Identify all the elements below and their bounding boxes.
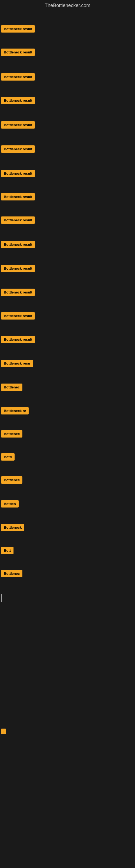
bottleneck-item-2[interactable]: Bottleneck result [1, 73, 35, 81]
bottleneck-item-19[interactable]: Bottlenec [1, 476, 22, 484]
bottleneck-item-9[interactable]: Bottleneck result [1, 241, 35, 248]
bottleneck-item-16[interactable]: Bottleneck re [1, 407, 29, 414]
bottleneck-item-6[interactable]: Bottleneck result [1, 170, 35, 177]
bottleneck-item-18[interactable]: Bottl [1, 453, 14, 461]
bottleneck-item-0[interactable]: Bottleneck result [1, 25, 35, 33]
bottleneck-item-13[interactable]: Bottleneck result [1, 336, 35, 343]
bottleneck-item-15[interactable]: Bottlenec [1, 383, 22, 391]
bottleneck-item-21[interactable]: Bottleneck [1, 524, 24, 531]
bottleneck-item-12[interactable]: Bottleneck result [1, 312, 35, 319]
small-badge[interactable]: c [1, 728, 6, 734]
bottleneck-item-4[interactable]: Bottleneck result [1, 121, 35, 129]
cursor-line [1, 594, 2, 602]
bottleneck-item-3[interactable]: Bottleneck result [1, 97, 35, 104]
bottleneck-item-5[interactable]: Bottleneck result [1, 145, 35, 153]
bottleneck-item-22[interactable]: Bott [1, 547, 13, 554]
bottleneck-item-14[interactable]: Bottleneck resu [1, 360, 33, 367]
bottleneck-item-1[interactable]: Bottleneck result [1, 49, 35, 56]
page-wrapper: TheBottlenecker.com Bottleneck resultBot… [0, 0, 135, 868]
bottleneck-item-8[interactable]: Bottleneck result [1, 216, 35, 224]
bottleneck-item-10[interactable]: Bottleneck result [1, 265, 35, 272]
site-title: TheBottlenecker.com [0, 0, 135, 10]
bottleneck-item-20[interactable]: Bottlen [1, 500, 18, 507]
bottleneck-item-23[interactable]: Bottlenec [1, 570, 22, 577]
bottleneck-item-11[interactable]: Bottleneck result [1, 289, 35, 296]
bottleneck-item-7[interactable]: Bottleneck result [1, 193, 35, 200]
bottleneck-item-17[interactable]: Bottlenec [1, 430, 22, 437]
